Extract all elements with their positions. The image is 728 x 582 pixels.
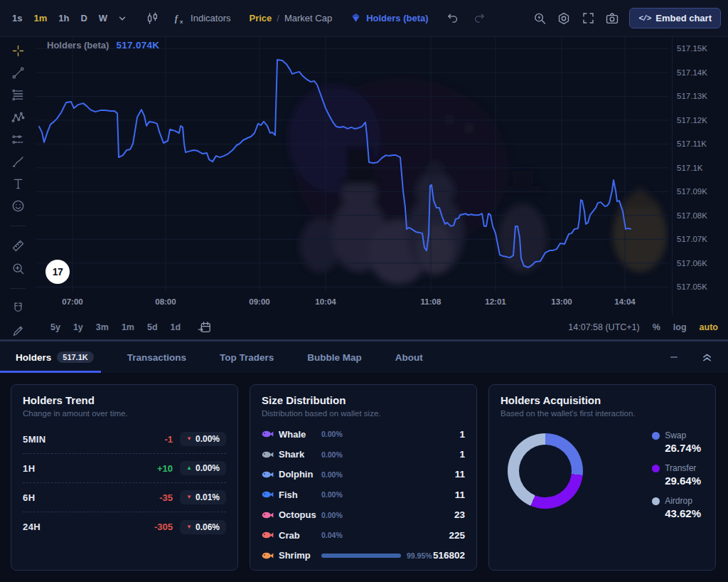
trend-period-label: 1H [23, 463, 35, 474]
fx-icon: fx [172, 11, 186, 26]
x-tick-label: 14:04 [614, 297, 636, 306]
timeframe-1s[interactable]: 1s [7, 9, 27, 27]
timeframe-group: 1s1m1hDW [7, 9, 112, 27]
embed-chart-button[interactable]: </> Embed chart [629, 8, 721, 28]
camera-icon[interactable] [602, 9, 622, 28]
size-label: Dolphin [279, 469, 321, 480]
y-tick-label: 517.09K [677, 187, 707, 196]
settings-gear-icon[interactable] [554, 9, 574, 28]
size-value: 11 [455, 469, 465, 480]
zoom-in-tool[interactable] [6, 257, 30, 279]
measure-tool[interactable] [6, 235, 30, 257]
timezone-button[interactable]: 14:07:58 (UTC+1) [568, 322, 639, 332]
xabcd-pattern-tool[interactable] [6, 107, 30, 129]
code-icon: </> [638, 14, 651, 23]
acquisition-content: Swap26.74%Transfer29.64%Airdrop43.62% [500, 429, 704, 519]
trend-pct-badge: ▼0.01% [180, 490, 226, 504]
undo-icon[interactable] [443, 9, 463, 28]
projection-tool[interactable] [6, 129, 30, 151]
tradingview-logo[interactable]: 17 [46, 260, 70, 284]
percent-scale-button[interactable]: % [653, 322, 660, 332]
trend-delta-value: +10 [157, 463, 173, 474]
timeframe-W[interactable]: W [94, 9, 112, 27]
indicators-button[interactable]: fx Indicators [172, 11, 230, 26]
gem-icon [350, 12, 361, 25]
trend-pct-value: 0.00% [196, 434, 220, 444]
trend-pct-badge: ▲0.00% [180, 461, 226, 475]
legend-dot [652, 497, 660, 505]
holders-beta-toggle[interactable]: Holders (beta) [350, 12, 428, 25]
tabs: Holders517.1KTransactionsTop TradersBubb… [16, 351, 423, 363]
tab-label: Top Traders [220, 352, 274, 363]
fullscreen-icon[interactable] [578, 9, 598, 28]
trend-delta-value: -35 [159, 492, 173, 503]
size-row-fish: Fish0.00%11 [262, 485, 465, 504]
crab-icon [262, 531, 274, 539]
size-value: 11 [455, 490, 465, 500]
tab-label: About [395, 352, 423, 363]
fish-icon [262, 490, 274, 499]
tab-about[interactable]: About [395, 352, 423, 363]
size-row-shark: Shark0.00%1 [262, 444, 465, 464]
range-1y[interactable]: 1y [68, 320, 88, 334]
size-label: Crab [279, 530, 321, 541]
range-3m[interactable]: 3m [91, 320, 114, 334]
y-tick-label: 517.06K [677, 259, 707, 268]
size-pct: 0.00% [321, 450, 343, 459]
trend-pct-value: 0.00% [196, 463, 220, 473]
expand-chevrons-up-icon[interactable] [697, 347, 717, 367]
tab-holders[interactable]: Holders517.1K [16, 351, 94, 363]
legend-series-value: 517.074K [116, 40, 159, 51]
size-value: 225 [449, 530, 465, 541]
legend-dot [652, 432, 660, 440]
xabcd-pattern-icon [11, 110, 26, 125]
fib-lines-tool[interactable] [6, 84, 30, 106]
size-pct: 0.04% [321, 531, 343, 539]
legend-dot [652, 465, 660, 472]
candles-chart-style-icon[interactable] [142, 9, 162, 28]
text-tool[interactable] [6, 173, 30, 195]
holders-acquisition-panel: Holders Acquisition Based on the wallet'… [488, 384, 716, 571]
triangle-down-icon: ▼ [186, 524, 192, 530]
tab-bubble-map[interactable]: Bubble Map [307, 352, 362, 363]
draw-tool[interactable] [6, 319, 30, 342]
crosshair-tool[interactable] [6, 40, 30, 62]
magnet-icon [11, 301, 26, 316]
tab-top-traders[interactable]: Top Traders [220, 352, 274, 363]
auto-scale-button[interactable]: auto [700, 322, 718, 332]
timeframe-1m[interactable]: 1m [28, 9, 52, 27]
range-5d[interactable]: 5d [142, 320, 163, 334]
chevron-down-icon[interactable] [112, 9, 132, 28]
log-scale-button[interactable]: log [673, 322, 687, 332]
tab-transactions[interactable]: Transactions [127, 352, 186, 363]
emoji-icon [11, 199, 26, 213]
y-tick-label: 517.07K [677, 235, 707, 243]
go-to-date-icon[interactable] [194, 317, 214, 337]
trend-line-tool[interactable] [6, 62, 30, 84]
timeframe-D[interactable]: D [75, 9, 92, 27]
range-5y[interactable]: 5y [46, 320, 65, 334]
size-label: Shark [279, 449, 321, 460]
size-label: Octopus [279, 509, 321, 520]
minimize-icon[interactable] [664, 347, 684, 367]
brush-tool[interactable] [6, 151, 30, 173]
y-tick-label: 517.12K [677, 116, 707, 125]
range-1d[interactable]: 1d [166, 320, 186, 334]
price-axis[interactable]: 517.15K517.14K517.13K517.12K517.11K517.1… [677, 44, 707, 291]
range-1m[interactable]: 1m [117, 320, 139, 334]
price-option[interactable]: Price [249, 13, 272, 23]
magnet-tool[interactable] [6, 297, 30, 319]
svg-text:f: f [175, 13, 179, 23]
emoji-tool[interactable] [6, 195, 30, 217]
redo-icon[interactable] [470, 9, 490, 28]
market-cap-option[interactable]: Market Cap [284, 13, 332, 23]
shark-icon [262, 450, 274, 459]
time-axis[interactable]: 07:0008:0009:0010:0411:0812:0113:0014:04 [62, 297, 636, 306]
size-pct: 0.00% [321, 430, 343, 438]
size-row-crab: Crab0.04%225 [262, 525, 465, 545]
size-pct: 0.00% [321, 490, 343, 499]
text-icon [11, 176, 26, 191]
holders-line-chart[interactable]: 517.15K517.14K517.13K517.12K517.11K517.1… [0, 37, 728, 315]
flash-search-icon[interactable] [530, 9, 550, 28]
timeframe-1h[interactable]: 1h [53, 9, 74, 27]
